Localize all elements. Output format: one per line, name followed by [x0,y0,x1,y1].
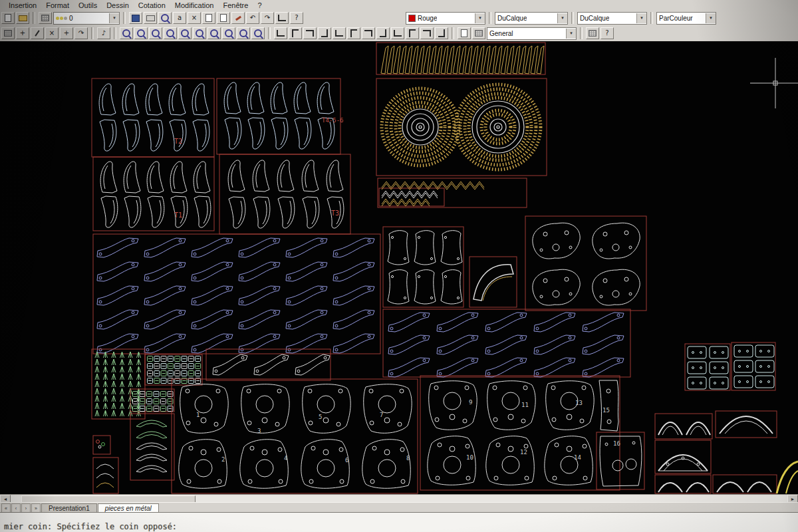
tab-nav-3[interactable]: » [31,503,41,513]
part-label-16[interactable]: 16 [613,440,620,447]
toolbar-button-erase[interactable]: × [45,27,59,39]
combo-lineweight[interactable]: DuCalque▼ [577,12,647,25]
toolbar-button-render[interactable] [586,27,599,39]
layout-tab-presentation1[interactable]: Presentation1 [41,503,97,513]
part-label-T1[interactable]: T1 [174,211,182,219]
toolbar-button-lt-9[interactable] [391,27,404,39]
toolbar-button-zoom-extents[interactable] [237,27,250,39]
part-label-10[interactable]: 10 [466,454,473,461]
combo-style[interactable]: General▼ [487,27,577,40]
nest-group-fins-T2[interactable] [92,78,214,157]
tab-nav-2[interactable]: › [21,503,31,513]
part-label-2[interactable]: 2 [221,456,225,463]
toolbar-button-undo[interactable]: ↶ [246,12,259,24]
menu-format[interactable]: Format [41,1,74,10]
toolbar-button-zoom-scale[interactable] [149,27,162,39]
part-label-8[interactable]: 8 [406,455,410,462]
part-label-13[interactable]: 13 [575,400,583,406]
toolbar-button-lt-6[interactable] [347,27,360,39]
nest-group-arches-c[interactable] [655,475,711,493]
toolbar-button-options[interactable]: ? [600,27,614,39]
toolbar-button-move[interactable]: + [60,27,73,39]
nest-group-fins-T3[interactable] [219,154,350,234]
toolbar-button-aerial-view[interactable]: ♪ [97,27,110,39]
toolbar-button-pan[interactable] [1,27,15,39]
toolbar-button-lt-11[interactable] [420,27,434,39]
nest-group-arches-a[interactable] [655,414,712,439]
toolbar-button-dim-style[interactable] [472,27,485,39]
toolbar-button-match-properties[interactable] [231,12,245,24]
nest-group-side-covers[interactable] [525,216,646,311]
menu-modification[interactable]: Modification [170,1,219,10]
nest-group-clips-a[interactable] [685,344,730,390]
combo-plotstyle[interactable]: ParCouleur▼ [656,12,716,25]
tab-nav-1[interactable]: ‹ [11,503,21,513]
nest-group-small-stack[interactable] [130,414,174,480]
nest-group-disc-pair[interactable] [376,78,547,176]
toolbar-button-zoom-out[interactable] [207,27,221,39]
menu--[interactable]: ? [253,1,266,10]
toolbar-button-cut[interactable]: × [188,12,201,24]
layout-tab-pieces-en-m-tal[interactable]: pieces en métal [98,503,159,513]
toolbar-button-hyperlink[interactable] [275,12,289,24]
part-label-12[interactable]: 12 [520,449,527,456]
nest-group-micro-parts[interactable] [145,354,202,385]
nest-group-plates-1-8[interactable] [172,379,418,493]
part-label-15[interactable]: 15 [602,407,610,414]
toolbar-button-save[interactable] [129,12,142,24]
toolbar-button-lt-1[interactable] [274,27,287,39]
toolbar-button-open[interactable] [16,12,29,24]
toolbar-button-lt-8[interactable] [376,27,390,39]
part-label-11[interactable]: 11 [521,402,529,408]
nest-group-curved-plates[interactable] [383,227,464,307]
nesting-drawing[interactable]: T2T4-5-6T1T312345678910111213141516 [0,41,798,494]
drawing-canvas[interactable]: T2T4-5-6T1T312345678910111213141516 [0,41,798,494]
menu-dessin[interactable]: Dessin [102,1,134,10]
toolbar-button-spelling[interactable]: a [173,12,186,24]
toolbar-button-lt-10[interactable] [406,27,419,39]
toolbar-button-help[interactable]: ? [290,12,303,24]
toolbar-button-draw-tool[interactable] [31,27,44,39]
part-label-T3[interactable]: T3 [331,209,339,217]
nest-group-clips-b[interactable] [732,342,775,390]
tab-nav-0[interactable]: « [1,503,11,513]
toolbar-button-zoom-window[interactable] [120,27,133,39]
part-label-14[interactable]: 14 [574,454,581,461]
part-label-7[interactable]: 7 [380,412,383,418]
nest-group-fins-T456[interactable] [217,78,340,154]
menu-outils[interactable]: Outils [74,1,102,10]
toolbar-button-rotate[interactable]: ↷ [74,27,88,39]
toolbar-button-properties[interactable] [458,27,471,39]
toolbar-button-lt-5[interactable] [332,27,346,39]
part-label-T4-5-6[interactable]: T4-5-6 [322,117,344,124]
toolbar-button-new[interactable] [1,12,15,24]
part-label-4[interactable]: 4 [284,455,287,462]
part-label-3[interactable]: 3 [257,428,261,434]
nest-group-brackets-main[interactable] [93,234,380,354]
toolbar-button-lt-12[interactable] [435,27,448,39]
nest-group-arc-wedges[interactable] [469,257,517,307]
toolbar-button-zoom-center[interactable] [164,27,177,39]
part-label-5[interactable]: 5 [319,414,322,420]
part-label-6[interactable]: 6 [345,457,348,464]
nest-group-bridge[interactable] [655,440,711,473]
nest-group-mini-arcs[interactable] [93,458,118,493]
toolbar-button-lt-4[interactable] [318,27,331,39]
part-label-9[interactable]: 9 [469,399,472,406]
toolbar-button-redo[interactable]: ↷ [261,12,274,24]
combo-layer[interactable]: 0▼ [53,12,120,25]
toolbar-button-paste[interactable] [217,12,230,24]
toolbar-button-print[interactable] [144,12,157,24]
menu-insertion[interactable]: Insertion [4,1,41,10]
nest-group-fins-T1[interactable] [93,157,214,231]
nest-group-color-chip[interactable] [93,436,110,454]
toolbar-button-copy[interactable] [202,12,215,24]
toolbar-button-zoom-object[interactable] [178,27,192,39]
nest-group-brackets-lower[interactable] [383,309,630,377]
menu-fen-tre[interactable]: Fenêtre [218,1,253,10]
toolbar-button-zoom-dynamic[interactable] [134,27,148,39]
nest-group-blade-strip[interactable] [376,43,545,74]
part-label-T2[interactable]: T2 [174,138,182,145]
toolbar-button-lt-7[interactable] [362,27,375,39]
toolbar-button-layers[interactable] [39,12,52,24]
